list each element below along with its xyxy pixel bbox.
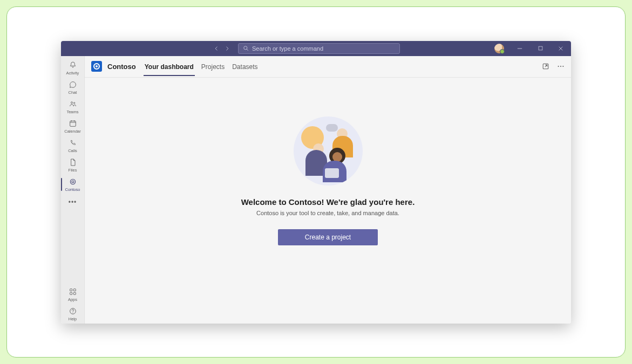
rail-item-files[interactable]: Files <box>61 155 85 175</box>
tab-datasets[interactable]: Datasets <box>231 57 259 76</box>
rail-label: Chat <box>69 90 77 95</box>
tab-dashboard[interactable]: Your dashboard <box>144 57 195 76</box>
svg-point-20 <box>560 66 561 67</box>
more-icon <box>557 63 565 70</box>
rail-label: Teams <box>66 109 78 114</box>
tab-more-button[interactable] <box>557 63 565 70</box>
rail-label: Calendar <box>64 129 80 134</box>
search-placeholder-text: Search or type a command <box>252 45 323 52</box>
rail-label: Apps <box>68 297 77 302</box>
phone-icon <box>69 139 77 147</box>
content-area: Contoso Your dashboard Projects Datasets <box>85 56 571 324</box>
svg-rect-6 <box>70 121 76 126</box>
window-close-button[interactable] <box>552 41 570 56</box>
svg-point-21 <box>562 66 563 67</box>
app-rail: Activity Chat Teams Calendar Calls <box>61 56 85 324</box>
nav-back-button[interactable] <box>212 44 221 53</box>
svg-line-1 <box>247 49 248 50</box>
rail-item-contoso[interactable]: Contoso <box>61 175 85 194</box>
svg-rect-13 <box>73 289 76 291</box>
svg-point-4 <box>71 101 72 103</box>
main-panel: Welcome to Contoso! We're glad you're he… <box>85 78 571 324</box>
popout-icon <box>542 63 549 70</box>
rail-item-calls[interactable]: Calls <box>61 136 85 155</box>
rail-label: Contoso <box>65 187 80 192</box>
contoso-icon <box>69 177 77 186</box>
help-icon <box>69 307 77 315</box>
teams-app-window: Search or type a command Act <box>61 41 571 324</box>
welcome-title: Welcome to Contoso! We're glad you're he… <box>241 197 415 207</box>
svg-point-19 <box>558 66 559 67</box>
window-titlebar: Search or type a command <box>61 41 571 56</box>
contoso-app-logo <box>91 61 102 72</box>
rail-label: Calls <box>68 148 77 153</box>
apps-icon <box>69 287 77 296</box>
popout-button[interactable] <box>542 63 549 70</box>
app-tabbar: Contoso Your dashboard Projects Datasets <box>85 56 571 78</box>
svg-rect-14 <box>70 292 72 294</box>
rail-item-activity[interactable]: Activity <box>61 58 85 78</box>
rail-item-teams[interactable]: Teams <box>61 97 85 116</box>
rail-item-chat[interactable]: Chat <box>61 78 85 97</box>
rail-more-button[interactable]: ••• <box>61 194 85 210</box>
tab-projects[interactable]: Projects <box>200 57 226 76</box>
rail-label: Files <box>69 168 77 173</box>
svg-point-10 <box>70 179 75 184</box>
user-avatar[interactable] <box>494 44 504 53</box>
rail-item-apps[interactable]: Apps <box>61 285 85 304</box>
chat-icon <box>69 80 77 89</box>
welcome-subtitle: Contoso is your tool to create, take, an… <box>256 210 399 216</box>
bell-icon <box>69 61 77 70</box>
rail-label: Help <box>69 317 77 321</box>
file-icon <box>69 158 77 167</box>
nav-forward-button[interactable] <box>223 44 232 53</box>
svg-rect-15 <box>73 292 76 294</box>
presentation-frame: Search or type a command Act <box>6 6 626 358</box>
search-icon <box>243 45 249 51</box>
svg-point-17 <box>72 312 73 313</box>
create-project-button[interactable]: Create a project <box>278 229 378 245</box>
rail-label: Activity <box>66 71 79 75</box>
svg-point-5 <box>73 102 74 103</box>
svg-rect-3 <box>539 46 542 50</box>
rail-item-help[interactable]: Help <box>61 304 85 324</box>
teams-icon <box>69 100 77 108</box>
window-maximize-button[interactable] <box>531 41 549 56</box>
app-name-label: Contoso <box>107 63 136 71</box>
command-search-input[interactable]: Search or type a command <box>238 43 400 54</box>
svg-rect-12 <box>70 289 72 291</box>
welcome-illustration <box>294 116 363 186</box>
svg-point-11 <box>72 181 74 183</box>
rail-item-calendar[interactable]: Calendar <box>61 116 85 136</box>
window-minimize-button[interactable] <box>511 41 529 56</box>
calendar-icon <box>69 119 77 128</box>
